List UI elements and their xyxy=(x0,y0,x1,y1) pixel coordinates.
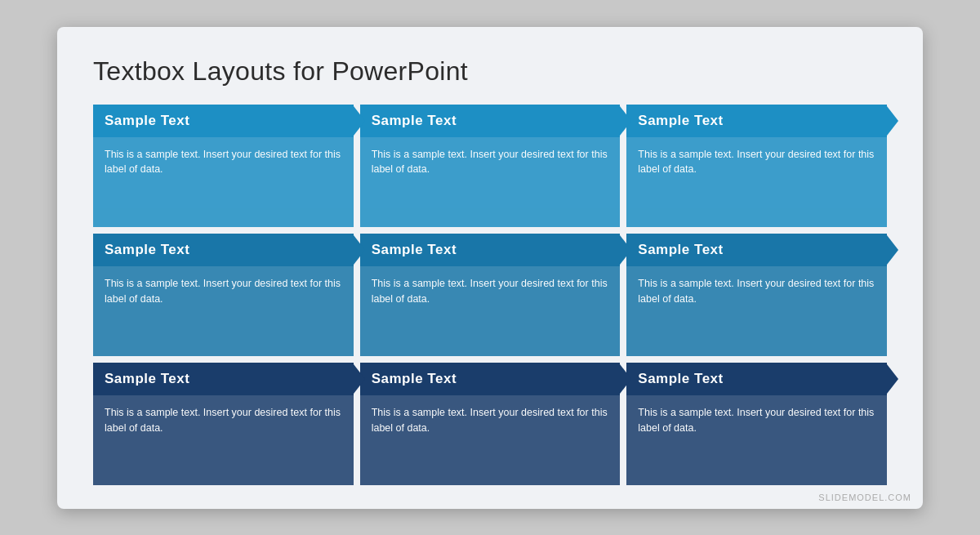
slide-title: Textbox Layouts for PowerPoint xyxy=(93,56,887,87)
card-header-r3c3: Sample Text xyxy=(626,363,887,395)
card-header-text-r3c2: Sample Text xyxy=(372,371,457,387)
card-body-text-r3c1: This is a sample text. Insert your desir… xyxy=(105,405,342,436)
arrow-icon-r1c1 xyxy=(354,106,365,136)
card-r2c3: Sample Text This is a sample text. Inser… xyxy=(626,234,887,356)
card-body-r2c1: This is a sample text. Insert your desir… xyxy=(93,266,354,356)
card-header-r2c2: Sample Text xyxy=(360,234,621,266)
arrow-icon-r2c2 xyxy=(620,235,631,265)
card-r1c1: Sample Text This is a sample text. Inser… xyxy=(93,105,354,227)
card-body-r3c1: This is a sample text. Insert your desir… xyxy=(93,395,354,485)
card-header-r1c1: Sample Text xyxy=(93,105,354,137)
card-r2c2: Sample Text This is a sample text. Inser… xyxy=(360,234,621,356)
card-r3c3: Sample Text This is a sample text. Inser… xyxy=(626,363,887,485)
card-header-text-r2c3: Sample Text xyxy=(638,242,723,258)
card-header-text-r2c1: Sample Text xyxy=(105,242,189,258)
card-r3c1: Sample Text This is a sample text. Inser… xyxy=(93,363,354,485)
card-body-text-r1c3: This is a sample text. Insert your desir… xyxy=(638,147,875,178)
card-r3c2: Sample Text This is a sample text. Inser… xyxy=(360,363,621,485)
card-header-text-r1c2: Sample Text xyxy=(372,113,457,129)
card-body-text-r3c3: This is a sample text. Insert your desir… xyxy=(638,405,875,436)
card-header-r3c2: Sample Text xyxy=(360,363,621,395)
card-header-text-r2c2: Sample Text xyxy=(372,242,457,258)
card-header-r1c2: Sample Text xyxy=(360,105,621,137)
card-r2c1: Sample Text This is a sample text. Inser… xyxy=(93,234,354,356)
card-body-text-r1c1: This is a sample text. Insert your desir… xyxy=(105,147,342,178)
card-body-r2c2: This is a sample text. Insert your desir… xyxy=(360,266,621,356)
card-header-r2c3: Sample Text xyxy=(626,234,887,266)
watermark: SLIDEMODEL.COM xyxy=(818,493,911,502)
card-header-text-r3c1: Sample Text xyxy=(105,371,189,387)
card-r1c2: Sample Text This is a sample text. Inser… xyxy=(360,105,621,227)
card-r1c3: Sample Text This is a sample text. Inser… xyxy=(626,105,887,227)
card-body-text-r1c2: This is a sample text. Insert your desir… xyxy=(372,147,609,178)
card-header-r2c1: Sample Text xyxy=(93,234,354,266)
card-grid: Sample Text This is a sample text. Inser… xyxy=(93,105,887,486)
card-body-text-r2c3: This is a sample text. Insert your desir… xyxy=(638,276,875,307)
slide: Textbox Layouts for PowerPoint Sample Te… xyxy=(57,27,923,509)
arrow-icon-r3c2 xyxy=(620,364,631,394)
arrow-icon-r3c1 xyxy=(354,364,365,394)
card-body-r3c2: This is a sample text. Insert your desir… xyxy=(360,395,621,485)
card-header-r3c1: Sample Text xyxy=(93,363,354,395)
card-header-text-r3c3: Sample Text xyxy=(638,371,723,387)
card-header-r1c3: Sample Text xyxy=(626,105,887,137)
arrow-icon-r3c3 xyxy=(887,364,898,394)
card-body-r2c3: This is a sample text. Insert your desir… xyxy=(626,266,887,356)
card-body-r3c3: This is a sample text. Insert your desir… xyxy=(626,395,887,485)
card-body-r1c2: This is a sample text. Insert your desir… xyxy=(360,137,621,227)
card-body-text-r3c2: This is a sample text. Insert your desir… xyxy=(372,405,609,436)
card-body-text-r2c2: This is a sample text. Insert your desir… xyxy=(372,276,609,307)
card-body-r1c3: This is a sample text. Insert your desir… xyxy=(626,137,887,227)
arrow-icon-r2c3 xyxy=(887,235,898,265)
card-header-text-r1c1: Sample Text xyxy=(105,113,189,129)
arrow-icon-r1c3 xyxy=(887,106,898,136)
card-header-text-r1c3: Sample Text xyxy=(638,113,723,129)
arrow-icon-r2c1 xyxy=(354,235,365,265)
card-body-text-r2c1: This is a sample text. Insert your desir… xyxy=(105,276,342,307)
card-body-r1c1: This is a sample text. Insert your desir… xyxy=(93,137,354,227)
arrow-icon-r1c2 xyxy=(620,106,631,136)
